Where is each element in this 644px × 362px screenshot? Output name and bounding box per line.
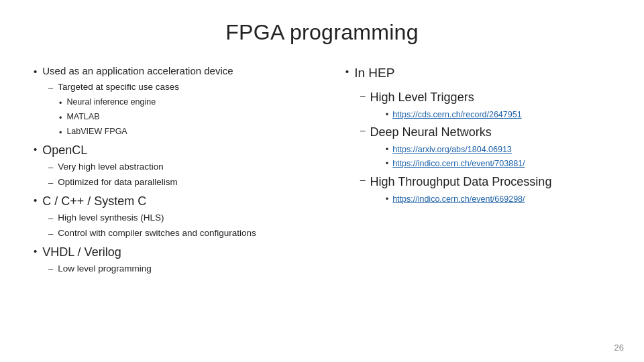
right-sub-2-label: Deep Neural Networks [370,123,492,141]
right-sub-dash-1: – [360,88,366,103]
sub2-dot-3: • [59,127,62,139]
sub-bullet-4-1: – Low level programming [48,262,325,276]
bullet-dot-1: • [34,64,37,79]
bullet-2-text: OpenCL [42,141,87,159]
right-sub2-2-1: • https://arxiv.org/abs/1804.06913 [386,143,610,156]
sub-bullet-2-1: – Very high level abstraction [48,160,325,174]
bullet-1: • Used as an application acceleration de… [34,64,325,139]
right-link-2[interactable]: https://arxiv.org/abs/1804.06913 [392,143,512,156]
content-area: • Used as an application acceleration de… [34,64,610,282]
sub-bullet-1-1-text: Targeted at specific use cases [58,80,179,94]
bullet-1-text: Used as an application acceleration devi… [42,64,233,78]
left-column: • Used as an application acceleration de… [34,64,325,282]
right-sub2-dot-2-2: • [386,158,388,170]
right-column: • In HEP – High Level Triggers • https:/… [345,64,610,282]
sub-bullet-3-2: – Control with compiler switches and con… [48,227,325,241]
sub-text-4-1: Low level programming [58,262,152,276]
right-sub2-2-2: • https://indico.cern.ch/event/703881/ [386,158,610,170]
right-bullet-main: • In HEP – High Level Triggers • https:/… [345,64,610,206]
right-sub-dash-2: – [360,123,366,137]
sub2-bullet-1-3: • LabVIEW FPGA [59,125,325,139]
sub2-bullet-1-1: • Neural inference engine [59,96,325,109]
sub-text-2-2: Optimized for data parallelism [58,176,178,189]
page-number: 26 [614,343,624,353]
sub-dash-3-2: – [48,228,53,241]
right-bullet-dot: • [345,64,349,79]
slide: FPGA programming • Used as an applicatio… [0,0,644,362]
right-sub-2: – Deep Neural Networks • https://arxiv.o… [360,123,610,170]
sub2-bullet-1-2: • MATLAB [59,111,325,124]
right-sub-1-label: High Level Triggers [370,88,474,107]
right-link-4[interactable]: https://indico.cern.ch/event/669298/ [392,193,525,206]
bullet-dot-2: • [34,142,37,157]
sub-text-3-1: High level synthesis (HLS) [58,211,164,225]
right-sub-3: – High Throughput Data Processing • http… [360,173,610,206]
sub2-text-3: LabVIEW FPGA [66,125,127,137]
right-sub-3-label: High Throughput Data Processing [370,173,552,191]
sub-dash-4-1: – [48,263,53,276]
sub-bullet-3-1: – High level synthesis (HLS) [48,211,325,225]
bullet-4: • VHDL / Verilog – Low level programming [34,243,325,276]
right-sub2-dot-2-1: • [386,143,388,156]
sub-bullet-1-1: – Targeted at specific use cases [48,80,325,95]
sub2-dot-2: • [59,112,62,124]
right-sub-dash-3: – [360,173,366,187]
bullet-2: • OpenCL – Very high level abstraction –… [34,141,325,190]
sub2-text-1: Neural inference engine [66,96,156,108]
right-sub2-1-1: • https://cds.cern.ch/record/2647951 [386,109,610,121]
right-sub-1: – High Level Triggers • https://cds.cern… [360,88,610,121]
bullet-4-text: VHDL / Verilog [42,243,121,261]
right-sub2-dot-1: • [386,109,388,121]
right-sub2-3-1: • https://indico.cern.ch/event/669298/ [386,193,610,206]
sub2-text-2: MATLAB [66,111,99,123]
sub-text-2-1: Very high level abstraction [58,160,164,174]
right-main-text: In HEP [354,64,394,83]
sub2-dot-1: • [59,97,62,109]
bullet-3: • C / C++ / System C – High level synthe… [34,192,325,241]
right-sub2-dot-3: • [386,193,388,206]
bullet-3-text: C / C++ / System C [42,192,146,210]
sub-dash-3-1: – [48,213,53,225]
sub-text-3-2: Control with compiler switches and confi… [58,227,256,240]
sub-dash-2-2: – [48,177,53,190]
sub-dash-2-1: – [48,162,53,174]
right-link-1[interactable]: https://cds.cern.ch/record/2647951 [392,109,521,121]
right-link-3[interactable]: https://indico.cern.ch/event/703881/ [392,158,525,170]
page-title: FPGA programming [34,20,610,45]
sub-dash-1: – [48,82,53,95]
bullet-dot-3: • [34,193,37,208]
bullet-dot-4: • [34,244,37,259]
sub-bullet-2-2: – Optimized for data parallelism [48,176,325,190]
